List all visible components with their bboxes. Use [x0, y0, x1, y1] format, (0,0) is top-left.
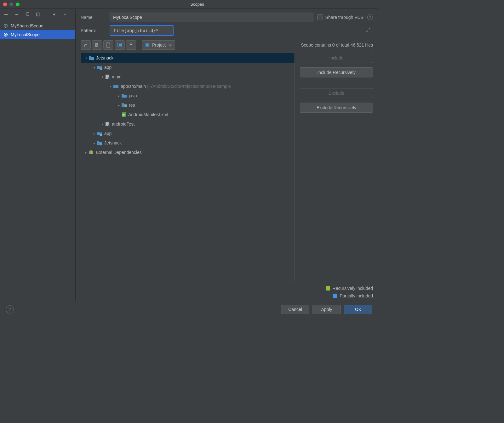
- name-label: Name:: [81, 15, 106, 20]
- minimize-window-button[interactable]: [9, 3, 13, 6]
- help-button[interactable]: ?: [6, 305, 14, 313]
- sidebar: MySharedScope MyLocalScope: [0, 9, 76, 301]
- save-scope-button[interactable]: [35, 11, 42, 18]
- cancel-button[interactable]: Cancel: [281, 305, 309, 314]
- tree-row[interactable]: ▸res: [81, 100, 295, 110]
- folder-icon: [113, 84, 119, 88]
- remove-scope-button[interactable]: [13, 11, 20, 18]
- folder-icon: [121, 93, 127, 98]
- svg-rect-16: [100, 68, 101, 69]
- chevron-down-icon: [169, 43, 172, 47]
- window-title: Scopes: [20, 2, 375, 7]
- maximize-window-button[interactable]: [16, 3, 20, 6]
- scope-item-label: MySharedScope: [11, 23, 43, 28]
- svg-rect-7: [119, 44, 121, 46]
- tree-toolbar: Project Scope contains 0 of total 46,521…: [81, 40, 373, 50]
- shared-scope-icon: [3, 23, 8, 28]
- sidebar-toolbar: [0, 9, 75, 20]
- legend-partial-label: Partially included: [340, 293, 373, 298]
- content-panel: Name: Share through VCS ? Pattern:: [76, 9, 378, 301]
- tree-arrow-icon[interactable]: ▸: [83, 151, 89, 154]
- filter-button[interactable]: [126, 40, 136, 50]
- apply-button[interactable]: Apply: [312, 305, 341, 314]
- tree-row[interactable]: ▾app: [81, 63, 295, 72]
- tree-row[interactable]: ▾app/src/main(~/AndroidStudioProjects/co…: [81, 82, 295, 91]
- tree-arrow-icon[interactable]: ▾: [92, 66, 97, 69]
- svg-rect-38: [101, 144, 102, 145]
- tree-arrow-icon[interactable]: ▾: [108, 85, 113, 88]
- tree-arrow-icon[interactable]: ▸: [92, 141, 97, 145]
- exclude-button[interactable]: Exclude: [300, 88, 373, 98]
- module-icon: [97, 131, 102, 136]
- share-label: Share through VCS: [325, 15, 364, 20]
- sourcefolder-icon: [105, 121, 110, 127]
- svg-rect-22: [108, 77, 110, 79]
- svg-rect-33: [101, 135, 102, 136]
- sourcefolder-icon: [105, 74, 110, 79]
- partially-included-swatch: [333, 294, 337, 298]
- add-scope-button[interactable]: [3, 11, 9, 18]
- tree-row[interactable]: ▸External Dependencies: [81, 148, 295, 157]
- share-checkbox[interactable]: [317, 14, 323, 20]
- expand-field-icon[interactable]: [366, 28, 370, 33]
- show-files-button[interactable]: [103, 40, 113, 50]
- collapse-all-button[interactable]: [92, 40, 102, 50]
- move-up-button[interactable]: [51, 11, 58, 18]
- resfolder-icon: [121, 103, 127, 108]
- tree-arrow-icon[interactable]: ▸: [116, 104, 121, 107]
- scope-item-shared[interactable]: MySharedScope: [0, 21, 75, 30]
- tree-arrow-icon[interactable]: ▸: [100, 122, 105, 126]
- tree-arrow-icon[interactable]: ▾: [100, 75, 105, 79]
- expand-all-button[interactable]: [81, 40, 91, 50]
- tree-row[interactable]: ▾main: [81, 72, 295, 82]
- tree-arrow-icon[interactable]: ▾: [83, 56, 89, 60]
- include-button[interactable]: Include: [300, 53, 373, 63]
- svg-rect-13: [92, 59, 93, 60]
- scope-item-local[interactable]: MyLocalScope: [0, 30, 75, 39]
- ok-button[interactable]: OK: [344, 305, 372, 314]
- name-input[interactable]: [110, 13, 313, 22]
- tree-label: app/src/main: [121, 84, 146, 89]
- svg-rect-28: [108, 125, 110, 127]
- svg-rect-40: [90, 150, 92, 154]
- library-icon: [89, 150, 94, 155]
- svg-rect-19: [101, 69, 102, 70]
- share-checkbox-wrap[interactable]: Share through VCS: [317, 14, 364, 20]
- tree-label: androidTest: [112, 121, 135, 127]
- inclusion-actions: Include Include Recursively Exclude Excl…: [300, 53, 373, 281]
- window-controls: [3, 3, 20, 6]
- legend: Recursively included Partially included: [81, 286, 373, 298]
- show-modules-button[interactable]: [115, 40, 125, 50]
- dropdown-label: Project: [152, 42, 166, 48]
- tree-label: External Dependencies: [96, 150, 142, 155]
- view-mode-dropdown[interactable]: Project: [142, 40, 175, 50]
- tree-row[interactable]: ▸androidTest: [81, 119, 295, 129]
- tree-row[interactable]: ▸app: [81, 129, 295, 138]
- svg-rect-1: [27, 12, 29, 15]
- local-scope-icon: [3, 32, 8, 37]
- tree-row[interactable]: ▸java: [81, 91, 295, 100]
- pattern-label: Pattern:: [81, 28, 106, 33]
- close-window-button[interactable]: [3, 3, 7, 6]
- tree-row[interactable]: ▸Jetsnack: [81, 138, 295, 148]
- tree-label: AndroidManifest.xml: [128, 112, 168, 117]
- include-recursively-button[interactable]: Include Recursively: [300, 67, 373, 77]
- copy-scope-button[interactable]: [24, 11, 31, 18]
- legend-recursive-label: Recursively included: [333, 286, 373, 291]
- svg-rect-35: [100, 144, 101, 144]
- move-down-button[interactable]: [61, 11, 68, 18]
- file-tree[interactable]: ▾Jetsnack▾app▾main▾app/src/main(~/Androi…: [81, 53, 295, 281]
- tree-row[interactable]: MFAndroidManifest.xml: [81, 110, 295, 119]
- svg-rect-11: [92, 59, 93, 59]
- share-help-icon[interactable]: ?: [367, 14, 373, 20]
- pattern-input[interactable]: [110, 25, 174, 36]
- svg-rect-12: [93, 59, 94, 59]
- tree-row[interactable]: ▾Jetsnack: [81, 53, 295, 63]
- tree-label: app: [104, 65, 112, 70]
- tree-arrow-icon[interactable]: ▸: [116, 94, 121, 98]
- title-bar: Scopes: [0, 0, 378, 9]
- svg-text:MF: MF: [123, 114, 125, 116]
- exclude-recursively-button[interactable]: Exclude Recursively: [300, 103, 373, 113]
- tree-label: app: [104, 131, 112, 136]
- tree-arrow-icon[interactable]: ▸: [92, 132, 97, 135]
